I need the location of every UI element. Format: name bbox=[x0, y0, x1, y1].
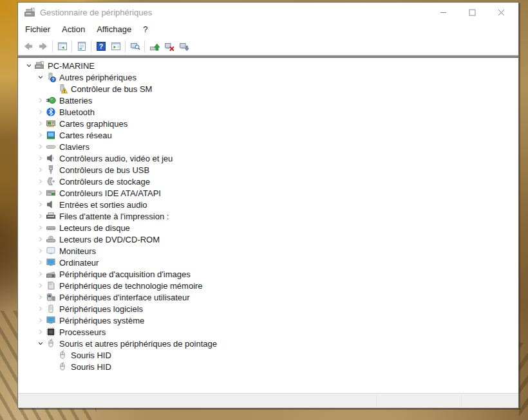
tree-node-label: Cartes réseau bbox=[59, 131, 112, 140]
tree-row[interactable]: Souris HID bbox=[18, 349, 518, 361]
tree-node-label: Entrées et sorties audio bbox=[59, 200, 147, 210]
tree-row[interactable]: ?Autres périphériques bbox=[18, 71, 518, 83]
chevron-right-icon[interactable] bbox=[35, 153, 46, 163]
chevron-right-icon[interactable] bbox=[35, 165, 46, 175]
properties-icon bbox=[77, 41, 87, 51]
chevron-right-icon[interactable] bbox=[35, 118, 46, 129]
chevron-right-icon[interactable] bbox=[35, 246, 46, 256]
chevron-right-icon[interactable] bbox=[35, 257, 46, 268]
tree-node-label: Batteries bbox=[59, 96, 92, 105]
tree-row[interactable]: Souris et autres périphériques de pointa… bbox=[18, 338, 518, 349]
svg-text:?: ? bbox=[99, 42, 102, 50]
ide-icon bbox=[46, 188, 56, 198]
show-action-pane-button[interactable] bbox=[108, 39, 123, 53]
tree-row[interactable]: Périphériques logiciels bbox=[18, 303, 518, 315]
tree-row[interactable]: Périphérique d'acquisition d'images bbox=[18, 268, 518, 280]
tree-node-label: Souris HID bbox=[71, 362, 111, 372]
expander-spacer bbox=[47, 350, 57, 360]
tree-row[interactable]: Périphériques d'interface utilisateur bbox=[18, 291, 518, 303]
tree-node-label: Files d'attente à l'impression : bbox=[59, 212, 169, 221]
tree-row[interactable]: Batteries bbox=[18, 95, 518, 106]
tree-row[interactable]: Bluetooth bbox=[18, 106, 518, 118]
update-driver-icon bbox=[149, 41, 160, 51]
mouse-icon bbox=[57, 350, 68, 360]
tree-row[interactable]: Souris HID bbox=[18, 361, 518, 372]
help-button[interactable]: ? bbox=[93, 39, 108, 53]
tree-row[interactable]: Contrôleurs audio, vidéo et jeu bbox=[18, 152, 518, 164]
chevron-right-icon[interactable] bbox=[35, 199, 46, 210]
scan-computer-button[interactable] bbox=[127, 39, 142, 53]
chevron-right-icon[interactable] bbox=[35, 188, 46, 198]
show-console-tree-button[interactable] bbox=[55, 39, 70, 53]
menu-item-action[interactable]: Action bbox=[56, 22, 91, 37]
tree-node-label: Contrôleurs IDE ATA/ATAPI bbox=[59, 188, 161, 198]
chevron-down-icon[interactable] bbox=[24, 60, 34, 71]
tree-row[interactable]: PC-MARINE bbox=[18, 60, 518, 71]
tree-row[interactable]: Processeurs bbox=[18, 326, 518, 338]
tree-row[interactable]: Cartes réseau bbox=[18, 129, 518, 141]
tree-row[interactable]: Files d'attente à l'impression : bbox=[18, 210, 518, 222]
tree-row[interactable]: Périphériques système bbox=[18, 315, 518, 326]
tree-row[interactable]: Ordinateur bbox=[18, 257, 518, 268]
scan-hardware-button[interactable] bbox=[176, 39, 191, 53]
back-button[interactable] bbox=[21, 39, 35, 53]
camera-icon bbox=[46, 269, 56, 279]
title-bar[interactable]: Gestionnaire de périphériques bbox=[18, 3, 518, 22]
action-pane-icon bbox=[111, 41, 121, 51]
chevron-right-icon[interactable] bbox=[35, 176, 46, 187]
tree-row[interactable]: Contrôleurs de bus USB bbox=[18, 164, 518, 176]
desktop-background: Gestionnaire de périphériques FichierAct… bbox=[0, 0, 528, 420]
close-button[interactable] bbox=[487, 3, 516, 22]
chevron-right-icon[interactable] bbox=[35, 223, 46, 233]
chevron-right-icon[interactable] bbox=[35, 211, 46, 221]
tree-row[interactable]: Lecteurs de DVD/CD-ROM bbox=[18, 233, 518, 245]
toolbar-separator bbox=[71, 41, 72, 52]
chevron-right-icon[interactable] bbox=[35, 280, 46, 291]
chevron-right-icon[interactable] bbox=[35, 292, 46, 302]
chevron-right-icon[interactable] bbox=[35, 95, 46, 105]
tree-node-label: Claviers bbox=[59, 142, 90, 152]
tree-row[interactable]: Périphériques de technologie mémoire bbox=[18, 280, 518, 291]
tree-row[interactable]: Claviers bbox=[18, 141, 518, 152]
tree-row[interactable]: Contrôleurs de stockage bbox=[18, 176, 518, 187]
tree-node-label: Cartes graphiques bbox=[59, 119, 127, 129]
properties-button[interactable] bbox=[74, 39, 89, 53]
tree-row[interactable]: Moniteurs bbox=[18, 245, 518, 257]
tree-node-label: Ordinateur bbox=[59, 258, 99, 268]
chevron-right-icon[interactable] bbox=[35, 107, 46, 117]
chevron-right-icon[interactable] bbox=[35, 304, 46, 314]
tree-row[interactable]: Cartes graphiques bbox=[18, 118, 518, 129]
chevron-right-icon[interactable] bbox=[35, 130, 46, 140]
tree-node-label: PC-MARINE bbox=[48, 61, 95, 71]
minimize-button[interactable] bbox=[429, 3, 458, 22]
menu-item-affichage[interactable]: Affichage bbox=[91, 22, 137, 37]
tree-node-label: Lecteurs de DVD/CD-ROM bbox=[59, 235, 160, 244]
keyboard-icon bbox=[46, 142, 56, 152]
menu-item-help[interactable]: ? bbox=[137, 22, 153, 37]
chevron-down-icon[interactable] bbox=[35, 72, 46, 82]
chevron-right-icon[interactable] bbox=[35, 234, 46, 244]
tree-row[interactable]: Contrôleurs IDE ATA/ATAPI bbox=[18, 187, 518, 199]
scan-hardware-icon bbox=[179, 41, 189, 51]
processor-icon bbox=[46, 327, 56, 337]
chevron-right-icon[interactable] bbox=[35, 142, 46, 152]
desktop-texture-right bbox=[519, 343, 528, 420]
network-icon bbox=[46, 130, 56, 140]
forward-button[interactable] bbox=[35, 39, 50, 53]
update-driver-button[interactable] bbox=[147, 39, 162, 53]
chevron-right-icon[interactable] bbox=[35, 315, 46, 325]
chevron-down-icon[interactable] bbox=[35, 338, 46, 349]
uninstall-device-button[interactable] bbox=[162, 39, 176, 53]
tree-row[interactable]: Contrôleur de bus SM bbox=[18, 83, 518, 95]
chevron-right-icon[interactable] bbox=[35, 327, 46, 337]
tree-node-label: Périphériques de technologie mémoire bbox=[59, 281, 203, 291]
device-manager-icon bbox=[24, 7, 35, 17]
tree-row[interactable]: Lecteurs de disque bbox=[18, 222, 518, 233]
tree-row[interactable]: Entrées et sorties audio bbox=[18, 199, 518, 210]
maximize-button[interactable] bbox=[458, 3, 487, 22]
chevron-right-icon[interactable] bbox=[35, 269, 46, 279]
dvd-icon bbox=[46, 234, 56, 244]
device-tree: PC-MARINE?Autres périphériquesContrôleur… bbox=[18, 58, 518, 393]
menu-item-fichier[interactable]: Fichier bbox=[19, 22, 56, 37]
svg-text:?: ? bbox=[52, 77, 55, 82]
